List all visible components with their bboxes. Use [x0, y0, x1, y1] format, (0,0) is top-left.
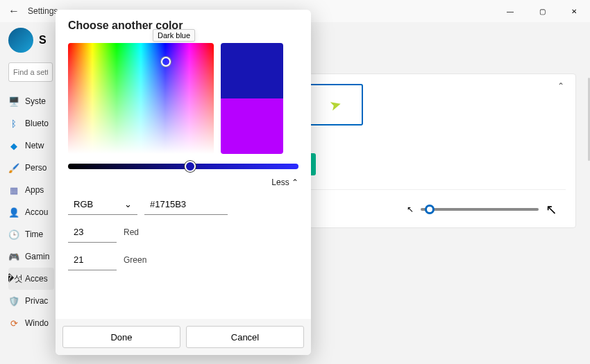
- sidebar-item[interactable]: 🕒Time: [8, 223, 54, 245]
- chevron-up-icon: ⌃: [292, 177, 298, 187]
- color-mode-select[interactable]: RGB⌄: [68, 194, 137, 215]
- nav-label: Syste: [25, 96, 46, 106]
- nav-label: Privac: [25, 296, 48, 306]
- nav-icon: ◆: [8, 140, 19, 151]
- gradient-marker[interactable]: [161, 57, 171, 67]
- nav-icon: 👤: [8, 207, 19, 218]
- cursor-icon: ➤: [328, 95, 344, 114]
- sidebar-item[interactable]: 🖌️Perso: [8, 157, 54, 179]
- preview-current: [221, 43, 283, 98]
- sidebar-item[interactable]: ⟳Windo: [8, 312, 54, 334]
- sidebar-item[interactable]: �섯Acces: [8, 268, 54, 290]
- nav-icon: �섯: [8, 273, 19, 284]
- cursor-small-icon: ↖: [407, 205, 414, 214]
- sidebar-item[interactable]: 🛡️Privac: [8, 290, 54, 312]
- nav-icon: 🎮: [8, 251, 19, 262]
- preview-previous: [221, 98, 283, 154]
- dialog-buttons: Done Cancel: [56, 319, 311, 355]
- nav-icon: ᛒ: [8, 118, 19, 129]
- hex-input[interactable]: [144, 194, 228, 215]
- sidebar-item[interactable]: 👤Accou: [8, 201, 54, 223]
- done-button[interactable]: Done: [62, 326, 180, 348]
- nav-icon: 🛡️: [8, 295, 19, 306]
- chevron-down-icon: ⌄: [124, 199, 132, 209]
- green-input[interactable]: [68, 250, 117, 270]
- value-slider-thumb[interactable]: [185, 161, 196, 172]
- cursor-large-icon: ↖: [546, 201, 557, 218]
- red-label: Red: [124, 227, 139, 237]
- window-title: Settings: [28, 6, 58, 16]
- nav-label: Time: [25, 229, 43, 239]
- saturation-gradient[interactable]: [68, 43, 214, 154]
- red-input[interactable]: [68, 222, 117, 243]
- size-slider[interactable]: [421, 208, 539, 211]
- sidebar-item[interactable]: ▦Apps: [8, 179, 54, 201]
- nav-label: Windo: [25, 318, 49, 328]
- nav-label: Accou: [25, 207, 48, 217]
- color-preview: [221, 43, 283, 154]
- minimize-button[interactable]: —: [494, 0, 526, 22]
- close-button[interactable]: ✕: [558, 0, 590, 22]
- maximize-button[interactable]: ▢: [526, 0, 558, 22]
- green-label: Green: [124, 255, 146, 265]
- nav-label: Netw: [25, 141, 44, 150]
- less-toggle[interactable]: Less ⌃: [68, 177, 298, 187]
- chevron-up-icon[interactable]: ⌃: [557, 81, 564, 91]
- cancel-button[interactable]: Cancel: [186, 326, 304, 348]
- sidebar-item[interactable]: 🖥️Syste: [8, 90, 54, 112]
- color-tooltip: Dark blue: [153, 29, 195, 42]
- nav-label: Gamin: [25, 252, 49, 261]
- nav-label: Acces: [25, 274, 48, 284]
- nav-label: Perso: [25, 163, 47, 173]
- sidebar-item[interactable]: 🎮Gamin: [8, 245, 54, 268]
- nav-icon: ⟳: [8, 318, 19, 329]
- nav-icon: 🕒: [8, 229, 19, 240]
- nav-icon: ▦: [8, 184, 19, 196]
- nav-icon: 🖌️: [8, 162, 19, 173]
- slider-thumb[interactable]: [425, 205, 435, 214]
- nav-list: 🖥️SysteᛒBlueto◆Netw🖌️Perso▦Apps👤Accou🕒Ti…: [8, 90, 54, 334]
- nav-label: Blueto: [25, 119, 49, 128]
- back-arrow-icon[interactable]: ←: [6, 5, 22, 17]
- avatar[interactable]: [8, 28, 33, 53]
- sidebar: S 🖥️SysteᛒBlueto◆Netw🖌️Perso▦Apps👤Accou🕒…: [0, 22, 54, 364]
- sidebar-item[interactable]: ᛒBlueto: [8, 112, 54, 135]
- pointer-style-custom[interactable]: ➤: [307, 84, 363, 125]
- search-input[interactable]: [8, 62, 53, 82]
- value-slider[interactable]: [68, 164, 298, 169]
- nav-icon: 🖥️: [8, 96, 19, 107]
- window-controls: — ▢ ✕: [494, 0, 590, 22]
- sidebar-item[interactable]: ◆Netw: [8, 135, 54, 157]
- nav-label: Apps: [25, 185, 44, 195]
- user-initial: S: [39, 34, 47, 46]
- color-picker-dialog: Choose another color Dark blue Less ⌃ RG…: [56, 10, 311, 355]
